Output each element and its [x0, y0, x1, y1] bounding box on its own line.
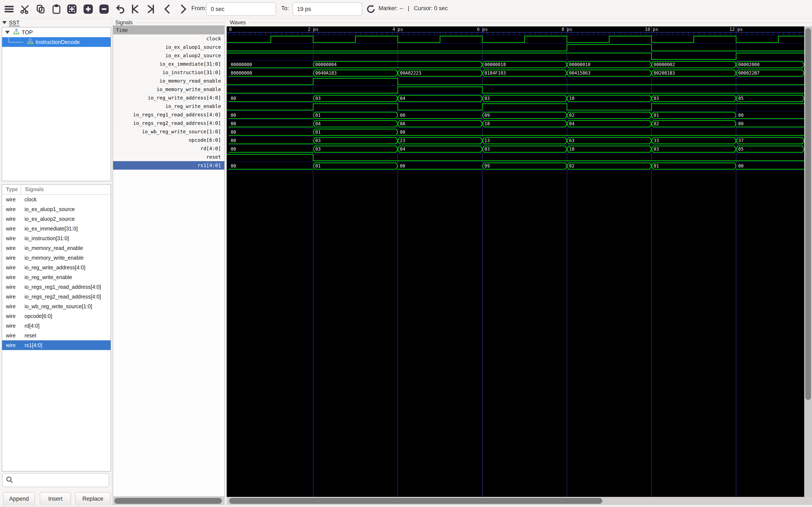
go-to-end-icon[interactable] [145, 2, 157, 16]
bus-value-label: 00 [231, 164, 236, 169]
signal-list-item[interactable]: io_instruction[31:0] [113, 68, 224, 77]
pane-divider[interactable] [225, 25, 227, 497]
bus-value-label: 63 [569, 138, 574, 143]
signal-list-item[interactable]: io_ex_aluop2_source [113, 51, 224, 60]
signal-list-item[interactable]: io_reg_write_address[4:0] [113, 94, 224, 102]
scrollbar-thumb[interactable] [805, 28, 811, 400]
bus-value-label: 00000002 [654, 62, 675, 67]
zoom-fit-icon[interactable] [66, 2, 78, 16]
tree-item-label: InstructionDecode [36, 39, 80, 45]
marker-cursor-status: Marker: -- | Cursor: 0 sec [378, 5, 451, 12]
replace-button[interactable]: Replace [75, 492, 111, 505]
table-row[interactable]: wireio_ex_aluop1_source [2, 204, 111, 214]
waves-vertical-scrollbar[interactable] [804, 26, 812, 497]
signal-name: io_reg_write_enable [21, 274, 72, 280]
scrollbar-thumb[interactable] [229, 498, 602, 504]
top-expander-icon[interactable] [5, 31, 10, 34]
from-input[interactable] [206, 2, 276, 16]
table-row[interactable]: wireio_wb_reg_write_source[1:0] [2, 301, 111, 311]
table-row[interactable]: wireio_reg_write_enable [2, 272, 111, 282]
undo-icon[interactable] [114, 2, 126, 16]
table-row[interactable]: wirers1[4:0] [2, 340, 111, 350]
step-right-icon[interactable] [177, 2, 190, 16]
signal-list-item[interactable]: io_memory_write_enable [113, 85, 224, 94]
signal-list-item[interactable]: clock [113, 35, 224, 43]
signal-list-item[interactable]: io_wb_reg_write_source[1:0] [113, 127, 224, 136]
signal-name: rd[4:0] [21, 323, 40, 329]
signal-type: wire [2, 294, 21, 300]
waves-frame-line [250, 22, 812, 23]
time-column-header[interactable]: Time [113, 26, 224, 35]
signal-list-item[interactable]: io_ex_immediate[31:0] [113, 60, 224, 68]
reload-icon[interactable] [365, 2, 377, 16]
table-row[interactable]: wirerd[4:0] [2, 321, 111, 331]
signal-name: opcode[6:0] [21, 313, 52, 319]
sst-expander-icon[interactable] [2, 21, 7, 24]
cut-icon[interactable] [18, 2, 31, 16]
step-left-icon[interactable] [161, 2, 173, 16]
column-header-type[interactable]: Type [2, 186, 21, 192]
bus-value-label: 03 [485, 147, 490, 152]
bus-value-label: 01 [654, 113, 659, 118]
zoom-in-icon[interactable] [82, 2, 94, 16]
waveform-canvas[interactable]: 02 ps4 ps6 ps8 ps10 ps12 ps0000000000000… [227, 26, 804, 497]
hierarchy-icon [13, 29, 19, 36]
signal-list-item[interactable]: io_regs_reg2_read_address[4:0] [113, 119, 224, 127]
waveform-svg: 02 ps4 ps6 ps8 ps10 ps12 ps0000000000000… [227, 26, 804, 497]
bus-value-label: 00000004 [315, 62, 337, 67]
signal-name: io_regs_reg2_read_address[4:0] [21, 294, 101, 300]
table-row[interactable]: wireio_reg_write_address[4:0] [2, 263, 111, 272]
table-row[interactable]: wireio_memory_write_enable [2, 253, 111, 263]
time-axis-label: 0 [229, 27, 232, 32]
go-to-start-icon[interactable] [129, 2, 141, 16]
bus-value-label: 01 [315, 113, 320, 118]
table-row[interactable]: wireopcode[6:0] [2, 311, 111, 321]
tree-item-top[interactable]: TOP [2, 27, 111, 37]
insert-button[interactable]: Insert [40, 492, 71, 505]
table-header[interactable]: Type Signals [2, 185, 111, 194]
bus-value-label: 03 [654, 96, 659, 101]
table-row[interactable]: wirereset [2, 331, 111, 340]
table-row[interactable]: wireio_regs_reg1_read_address[4:0] [2, 282, 111, 292]
copy-icon[interactable] [35, 2, 47, 16]
scrollbar-thumb[interactable] [114, 498, 222, 504]
signal-type: wire [2, 196, 21, 203]
signal-list-item[interactable]: io_reg_write_enable [113, 102, 224, 110]
signal-list-item[interactable]: io_ex_aluop1_source [113, 43, 224, 51]
zoom-out-icon[interactable] [98, 2, 110, 16]
signal-name: clock [21, 196, 37, 203]
signals-horizontal-scrollbar[interactable] [113, 497, 225, 505]
bus-value-label: 00 [231, 113, 236, 118]
signal-search[interactable] [2, 473, 109, 487]
append-button[interactable]: Append [3, 492, 35, 505]
signal-name: io_regs_reg1_read_address[4:0] [21, 284, 101, 290]
to-input[interactable] [293, 2, 362, 16]
table-row[interactable]: wireio_instruction[31:0] [2, 233, 111, 243]
marker-text: Marker: -- [378, 5, 403, 11]
signal-list-item[interactable]: opcode[6:0] [113, 136, 224, 144]
bus-value-label: 04 [400, 147, 405, 152]
signal-list-item[interactable]: io_regs_reg1_read_address[4:0] [113, 110, 224, 119]
signal-name: io_memory_write_enable [21, 255, 84, 261]
search-input[interactable] [16, 473, 109, 487]
sst-header[interactable]: SST [2, 19, 20, 26]
tree-item-instructiondecode[interactable]: InstructionDecode [2, 37, 111, 47]
table-row[interactable]: wireio_memory_read_enable [2, 243, 111, 253]
paste-icon[interactable] [50, 2, 63, 16]
signal-name: rs1[4:0] [21, 342, 42, 348]
bus-value-label: 04 [315, 121, 320, 126]
column-header-signals[interactable]: Signals [21, 185, 44, 194]
signal-list-item[interactable]: rd[4:0] [113, 144, 224, 153]
table-row[interactable]: wireio_ex_aluop2_source [2, 214, 111, 224]
signal-name: reset [21, 333, 36, 339]
signal-list-item[interactable]: rs1[4:0] [113, 161, 224, 170]
menu-icon[interactable] [3, 2, 15, 16]
table-row[interactable]: wireio_regs_reg2_read_address[4:0] [2, 292, 111, 301]
pane-divider[interactable] [111, 18, 113, 507]
signal-list-item[interactable]: io_memory_read_enable [113, 77, 224, 85]
table-row[interactable]: wireclock [2, 194, 111, 204]
waves-horizontal-scrollbar[interactable] [227, 497, 812, 505]
bus-value-label: 00 [400, 130, 405, 135]
table-row[interactable]: wireio_ex_immediate[31:0] [2, 224, 111, 233]
signal-list-item[interactable]: reset [113, 153, 224, 161]
